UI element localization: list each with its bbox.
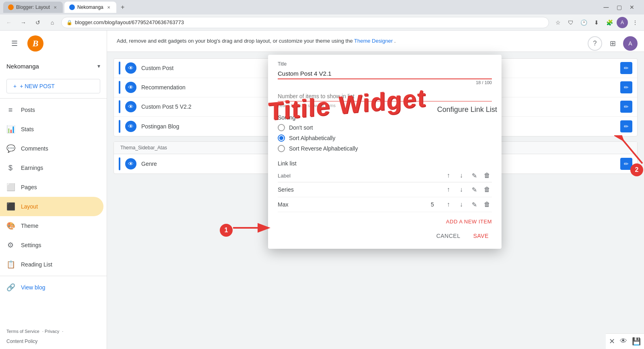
gadget-edit-btn-3[interactable]: ✏: [620, 101, 632, 113]
gadget-eye-s2-1[interactable]: 👁: [125, 158, 136, 169]
comments-icon: 💬: [6, 144, 14, 153]
add-tab-button[interactable]: +: [118, 2, 128, 12]
new-post-button[interactable]: + + NEW POST: [6, 79, 100, 93]
history-button[interactable]: 🕐: [578, 17, 589, 28]
gadget-edit-btn-1[interactable]: ✏: [620, 62, 632, 74]
account-avatar[interactable]: A: [617, 17, 628, 28]
blog-selector[interactable]: Nekomanga ▾: [0, 56, 107, 76]
home-button[interactable]: ⌂: [47, 17, 58, 28]
sidebar-item-reading-list[interactable]: 📋 Reading List: [0, 255, 103, 274]
back-button[interactable]: ←: [3, 17, 14, 28]
row1-edit-icon[interactable]: ✎: [469, 185, 479, 194]
sort-reverse-option[interactable]: Sort Reverse Alphabetically: [278, 145, 492, 152]
sort-none-option[interactable]: Don't sort: [278, 124, 492, 131]
linklist-row-2-value: 5: [431, 201, 434, 208]
sidebar-item-comments[interactable]: 💬 Comments: [0, 139, 103, 158]
bookmark-button[interactable]: ☆: [552, 17, 564, 28]
address-bar[interactable]: 🔒 blogger.com/blog/layout/67795247063676…: [61, 17, 549, 28]
tab2-label: Nekomanga: [77, 4, 103, 10]
gadget-eye-4[interactable]: 👁: [125, 121, 136, 132]
sort-alpha-dot: [279, 136, 283, 140]
sidebar-item-theme[interactable]: 🎨 Theme: [0, 216, 103, 235]
sidebar-item-posts[interactable]: ≡ Posts: [0, 100, 103, 120]
add-item-button-container: ADD A NEW ITEM: [268, 215, 502, 226]
privacy-link[interactable]: Privacy: [45, 329, 59, 334]
row2-edit-icon[interactable]: ✎: [469, 200, 479, 209]
row1-down-icon[interactable]: ↓: [456, 185, 466, 194]
save-button[interactable]: SAVE: [470, 229, 492, 242]
tab2-favicon: [69, 4, 75, 10]
sort-reverse-radio[interactable]: [278, 145, 285, 152]
close-button[interactable]: ✕: [626, 2, 638, 13]
annotation-1-container: 1: [220, 224, 233, 237]
hamburger-button[interactable]: ☰: [6, 35, 23, 52]
sidebar-item-pages[interactable]: ⬜ Pages: [0, 178, 103, 197]
row2-down-icon[interactable]: ↓: [456, 200, 466, 209]
dialog-items-input[interactable]: [278, 91, 492, 101]
sidebar-item-earnings[interactable]: $ Earnings: [0, 158, 103, 178]
linklist-up-icon[interactable]: ↑: [444, 171, 453, 180]
blog-name: Nekomanga: [6, 63, 97, 70]
sort-none-radio[interactable]: [278, 124, 285, 131]
maximize-button[interactable]: ▢: [613, 2, 625, 13]
download-button[interactable]: ⬇: [591, 17, 602, 28]
bottom-save-icon[interactable]: 💾: [632, 337, 641, 346]
posts-icon: ≡: [6, 106, 14, 114]
bottom-view-icon[interactable]: 👁: [620, 337, 627, 346]
gadget-edit-btn-s2-1[interactable]: ✏: [620, 158, 632, 170]
sorting-label: Sorting: [278, 114, 492, 121]
linklist-delete-icon[interactable]: 🗑: [482, 171, 492, 180]
browser-tab-2[interactable]: Nekomanga ✕: [64, 2, 116, 13]
view-blog-icon: 🔗: [6, 283, 14, 292]
cancel-button[interactable]: CANCEL: [433, 229, 464, 242]
menu-button[interactable]: ⋮: [630, 17, 641, 28]
dialog-linklist-section: Link list Label ↑ ↓ ✎ 🗑 Series ↑ ↓: [268, 157, 502, 215]
pages-label: Pages: [21, 184, 37, 190]
configure-link-list-dialog: Title 18 / 100 Leave blank to show all i…: [268, 55, 502, 249]
linklist-header: Label ↑ ↓ ✎ 🗑: [278, 169, 492, 182]
apps-button[interactable]: ⊞: [605, 36, 620, 51]
tab1-favicon: [8, 4, 14, 10]
sidebar-footer: Terms of Service · Privacy ·: [0, 326, 107, 337]
help-button[interactable]: ?: [588, 36, 602, 51]
sidebar-item-layout[interactable]: ⬛ Layout: [0, 197, 103, 216]
gadget-edit-btn-2[interactable]: ✏: [620, 81, 632, 93]
gadget-eye-3[interactable]: 👁: [125, 101, 136, 112]
bottom-close-icon[interactable]: ✕: [609, 337, 615, 346]
sort-alpha-option[interactable]: Sort Alphabetically: [278, 134, 492, 142]
earnings-label: Earnings: [21, 165, 43, 171]
row1-up-icon[interactable]: ↑: [444, 185, 453, 194]
sort-alpha-radio[interactable]: [278, 134, 285, 142]
sidebar-item-view-blog[interactable]: 🔗 View blog: [0, 278, 103, 297]
linklist-row-1-actions: ↑ ↓ ✎ 🗑: [444, 185, 492, 194]
gadget-eye-2[interactable]: 👁: [125, 82, 136, 93]
reload-button[interactable]: ↺: [32, 17, 43, 28]
row1-delete-icon[interactable]: 🗑: [482, 185, 492, 194]
theme-designer-link[interactable]: Theme Designer: [354, 38, 393, 44]
linklist-down-icon[interactable]: ↓: [456, 171, 466, 180]
gadget-edit-btn-4[interactable]: ✏: [620, 120, 632, 132]
app-header-actions: ? ⊞ A: [581, 31, 644, 56]
add-item-button[interactable]: ADD A NEW ITEM: [446, 219, 492, 225]
forward-button[interactable]: →: [18, 17, 29, 28]
view-blog-label: View blog: [21, 284, 45, 291]
row2-delete-icon[interactable]: 🗑: [482, 200, 492, 209]
theme-icon: 🎨: [6, 221, 14, 230]
content-policy[interactable]: Content Policy: [0, 337, 107, 349]
linklist-row-2-name: Max: [278, 201, 431, 208]
minimize-button[interactable]: ─: [601, 2, 612, 13]
reading-list-label: Reading List: [21, 261, 52, 268]
sidebar-item-stats[interactable]: 📊 Stats: [0, 120, 103, 139]
browser-chrome: Blogger: Layout ✕ Nekomanga ✕ + ─ ▢ ✕ ← …: [0, 0, 644, 31]
linklist-edit-icon[interactable]: ✎: [469, 171, 479, 180]
user-avatar[interactable]: A: [623, 36, 638, 51]
terms-link[interactable]: Terms of Service: [6, 329, 39, 334]
gadget-eye-1[interactable]: 👁: [125, 62, 136, 74]
tab1-close[interactable]: ✕: [52, 4, 58, 10]
row2-up-icon[interactable]: ↑: [444, 200, 453, 209]
tab2-close[interactable]: ✕: [106, 4, 111, 10]
annotation-circle-1: 1: [220, 224, 233, 237]
browser-tab-1[interactable]: Blogger: Layout ✕: [3, 2, 63, 13]
sidebar-item-settings[interactable]: ⚙ Settings: [0, 235, 103, 255]
dialog-title-input[interactable]: [278, 68, 492, 79]
